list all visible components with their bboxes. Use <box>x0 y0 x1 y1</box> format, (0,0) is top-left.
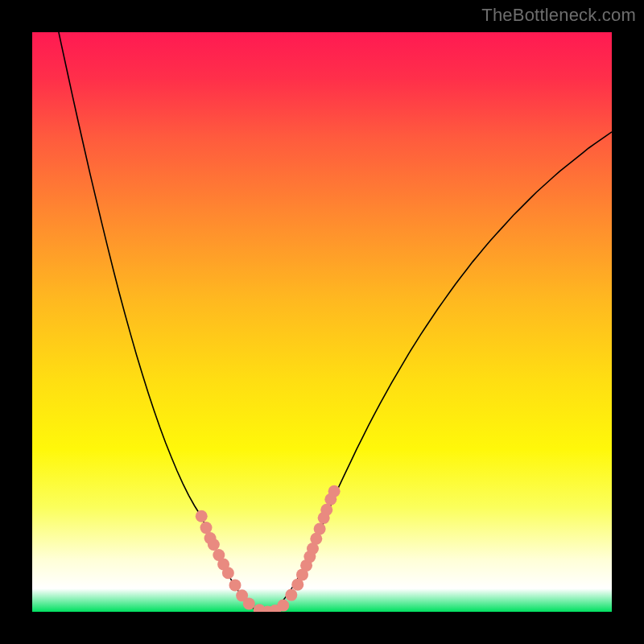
watermark-text: TheBottleneck.com <box>481 5 636 26</box>
plot-area <box>32 32 612 612</box>
data-point <box>222 567 234 579</box>
data-point <box>320 504 332 516</box>
data-point <box>285 589 297 601</box>
data-point <box>229 579 242 591</box>
data-point <box>243 597 255 609</box>
data-point <box>328 485 341 497</box>
data-point <box>277 600 289 612</box>
chart-frame: TheBottleneck.com <box>0 0 644 644</box>
data-point <box>208 539 220 551</box>
observed-points-group <box>196 485 341 612</box>
data-point <box>200 522 213 534</box>
curve-svg <box>32 32 612 612</box>
data-point <box>196 510 208 522</box>
data-point <box>314 523 326 535</box>
